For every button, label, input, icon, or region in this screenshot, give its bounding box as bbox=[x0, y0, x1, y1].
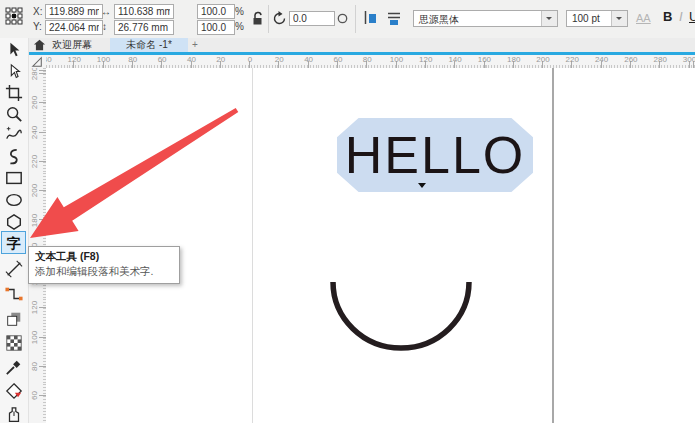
hruler-label: 160 bbox=[478, 55, 491, 64]
x-position-input[interactable] bbox=[45, 4, 103, 19]
lock-ratio-icon[interactable] bbox=[249, 10, 266, 27]
object-origin-grid-icon[interactable] bbox=[5, 7, 23, 25]
rotation-icon bbox=[272, 11, 287, 26]
freehand-tool-icon bbox=[5, 126, 23, 144]
transparency-tool[interactable] bbox=[2, 332, 25, 353]
separator bbox=[355, 5, 356, 33]
vruler-label: 220 bbox=[30, 152, 39, 170]
smart-fill-tool-icon bbox=[5, 406, 23, 423]
tab-document[interactable]: 未命名 -1* bbox=[110, 38, 188, 52]
ellipse-tool[interactable] bbox=[2, 189, 25, 210]
ruler-origin-icon bbox=[31, 56, 43, 68]
hruler-label: 0 bbox=[248, 55, 252, 64]
object-height-input[interactable] bbox=[114, 20, 174, 35]
interactive-fill-tool-icon bbox=[5, 382, 23, 400]
scale-horizontal-input[interactable] bbox=[197, 4, 235, 19]
tab-welcome-screen[interactable]: 欢迎屏幕 bbox=[52, 38, 92, 52]
height-icon: ↕ bbox=[102, 21, 107, 32]
font-family-value: 思源黑体 bbox=[419, 13, 459, 27]
hruler-label: 220 bbox=[566, 55, 579, 64]
tooltip-title: 文本工具 (F8) bbox=[35, 250, 173, 264]
font-size-select[interactable]: 100 pt bbox=[566, 10, 628, 27]
vruler-label: 100 bbox=[30, 328, 39, 346]
ruler-origin-button[interactable] bbox=[28, 55, 46, 68]
hruler-label: 180 bbox=[507, 55, 520, 64]
bold-button[interactable]: B bbox=[663, 9, 672, 24]
font-size-value: 100 pt bbox=[572, 13, 600, 24]
color-eyedropper-tool[interactable] bbox=[2, 356, 25, 377]
home-icon[interactable] bbox=[33, 39, 46, 51]
artistic-media-tool-icon bbox=[5, 148, 23, 166]
rotation-angle-input[interactable] bbox=[289, 11, 335, 26]
percent-label: % bbox=[235, 21, 244, 32]
hruler-label: 140 bbox=[46, 55, 52, 64]
vruler-label: 240 bbox=[30, 123, 39, 141]
app-window: X: Y: ↔ ↕ % % bbox=[0, 0, 695, 423]
hruler-label: 80 bbox=[363, 55, 372, 64]
width-icon: ↔ bbox=[101, 6, 111, 17]
tooltip-description: 添加和编辑段落和美术字. bbox=[35, 265, 173, 279]
scale-vertical-input[interactable] bbox=[197, 20, 235, 35]
text-vertical-direction-icon[interactable] bbox=[362, 10, 379, 26]
separator bbox=[268, 5, 269, 33]
pick-tool-icon bbox=[5, 41, 23, 59]
smile-arc-path[interactable] bbox=[333, 282, 469, 348]
transparency-tool-icon bbox=[5, 334, 23, 352]
crop-tool[interactable] bbox=[2, 82, 25, 103]
freehand-tool[interactable] bbox=[2, 124, 25, 145]
italic-button[interactable]: I bbox=[679, 9, 683, 24]
hruler-label: 200 bbox=[536, 55, 549, 64]
shape-tool[interactable] bbox=[2, 61, 25, 82]
interactive-fill-tool[interactable] bbox=[2, 380, 25, 401]
smart-fill-tool[interactable] bbox=[2, 404, 25, 423]
vruler-label: 60 bbox=[30, 387, 39, 405]
hruler-label: 120 bbox=[419, 55, 432, 64]
parallel-dimension-tool-icon bbox=[5, 260, 23, 278]
edit-text-button[interactable]: AA bbox=[636, 12, 651, 24]
polygon-tool-icon bbox=[5, 213, 23, 231]
color-eyedropper-tool-icon bbox=[5, 358, 23, 376]
hruler-label: 20 bbox=[216, 55, 225, 64]
document-tab-bar: 欢迎屏幕 未命名 -1* + bbox=[28, 38, 695, 52]
font-family-select[interactable]: 思源黑体 bbox=[413, 10, 558, 27]
ellipse-indicator-icon[interactable] bbox=[337, 13, 348, 24]
vruler-label: 260 bbox=[30, 94, 39, 112]
connector-tool[interactable] bbox=[2, 283, 25, 304]
hruler-label: 20 bbox=[275, 55, 284, 64]
new-tab-button[interactable]: + bbox=[192, 38, 198, 52]
hruler-label: 40 bbox=[304, 55, 313, 64]
pick-tool[interactable] bbox=[2, 39, 25, 60]
y-position-input[interactable] bbox=[45, 20, 103, 35]
rectangle-tool-icon bbox=[5, 169, 23, 187]
shape-tool-icon bbox=[5, 63, 23, 81]
y-label: Y: bbox=[33, 21, 42, 32]
text-tool-icon: 字 bbox=[7, 236, 21, 250]
chevron-down-icon[interactable] bbox=[541, 11, 557, 26]
hruler-label: 300 bbox=[683, 55, 695, 64]
hruler-label: 80 bbox=[128, 55, 137, 64]
parallel-dimension-tool[interactable] bbox=[2, 258, 25, 279]
drop-shadow-tool-icon bbox=[5, 310, 23, 328]
text-tool[interactable]: 字 bbox=[1, 231, 26, 254]
object-width-input[interactable] bbox=[114, 4, 174, 19]
polygon-tool[interactable] bbox=[2, 211, 25, 232]
underline-button[interactable]: U bbox=[689, 9, 695, 24]
hruler-label: 100 bbox=[97, 55, 110, 64]
drop-shadow-tool[interactable] bbox=[2, 308, 25, 329]
percent-label: % bbox=[235, 6, 244, 17]
vruler-label: 280 bbox=[30, 68, 39, 83]
horizontal-ruler[interactable]: 1401201008060402002040608010012014016018… bbox=[46, 55, 695, 68]
chevron-down-icon[interactable] bbox=[611, 11, 627, 26]
text-horizontal-direction-icon[interactable] bbox=[386, 10, 403, 26]
tooltip: 文本工具 (F8) 添加和编辑段落和美术字. bbox=[28, 246, 180, 284]
connector-tool-icon bbox=[5, 285, 23, 303]
ellipse-tool-icon bbox=[5, 191, 23, 209]
rectangle-tool[interactable] bbox=[2, 167, 25, 188]
hruler-label: 280 bbox=[654, 55, 667, 64]
hruler-label: 140 bbox=[448, 55, 461, 64]
hruler-label: 100 bbox=[390, 55, 403, 64]
artistic-media-tool[interactable] bbox=[2, 146, 25, 167]
hruler-label: 240 bbox=[595, 55, 608, 64]
zoom-tool-icon bbox=[5, 105, 23, 123]
zoom-tool[interactable] bbox=[2, 103, 25, 124]
